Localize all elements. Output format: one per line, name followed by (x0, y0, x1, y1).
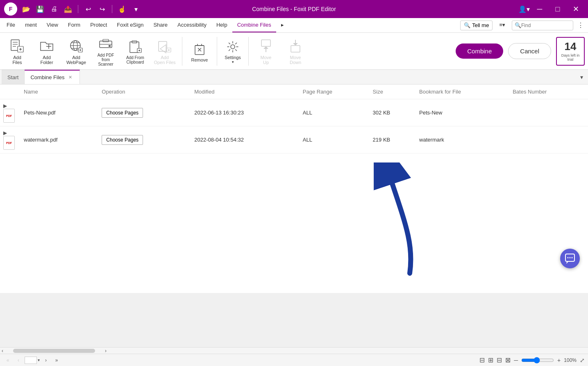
move-up-button: MoveUp (252, 35, 280, 68)
undo-icon[interactable]: ↩ (82, 3, 94, 15)
page-dropdown[interactable]: ▾ (38, 358, 40, 362)
find-input[interactable] (521, 23, 570, 28)
tab-combine-files[interactable]: Combine Files ✕ (25, 70, 79, 84)
page-selector: ▾ (25, 357, 40, 364)
add-pdf-scanner-button[interactable]: Add PDFfrom Scanner (92, 34, 120, 68)
row2-operation: Choose Pages (98, 126, 191, 153)
page-layout-icon-3[interactable]: ⊟ (497, 356, 502, 364)
tab-close-button[interactable]: ✕ (67, 74, 74, 80)
svg-rect-37 (261, 40, 270, 46)
remove-button[interactable]: Remove (186, 35, 213, 68)
search-box[interactable]: 🔍 (512, 21, 573, 30)
tab-combine-files-label: Combine Files (30, 74, 64, 80)
menu-accessibility[interactable]: Accessibility (173, 18, 211, 32)
add-webpage-button[interactable]: AddWebPage (62, 35, 90, 68)
row1-bookmark: Pets-New (416, 99, 509, 126)
tabs-scroll-down[interactable]: ▾ (577, 70, 586, 84)
choose-pages-btn-2[interactable]: Choose Pages (102, 135, 143, 145)
app-logo: F (4, 2, 17, 16)
zoom-slider[interactable] (521, 357, 554, 364)
add-files-label: AddFiles (12, 55, 22, 65)
row1-name: Pets-New.pdf (20, 99, 98, 126)
minimize-button[interactable]: ─ (531, 0, 548, 18)
view-options-icon[interactable]: ≡▾ (494, 22, 510, 29)
menu-right: 🔍 Tell me ≡▾ 🔍 ⋮ (460, 18, 586, 32)
add-files-button[interactable]: AddFiles (3, 35, 31, 68)
row2-expand[interactable]: ▶ (0, 126, 20, 153)
export-icon[interactable]: 📤 (62, 3, 74, 15)
menu-file[interactable]: File (2, 18, 20, 32)
add-folder-button[interactable]: AddFolder (33, 35, 61, 68)
zoom-in-button[interactable]: + (557, 357, 561, 364)
expand-icon-2[interactable]: ▶ (3, 130, 7, 136)
remove-icon (191, 40, 208, 57)
account-icon[interactable]: 👤▾ (518, 3, 530, 15)
page-layout-icon-2[interactable]: ⊞ (488, 356, 493, 364)
file-icon-1 (3, 109, 15, 123)
open-file-icon[interactable]: 📂 (20, 3, 32, 15)
menu-share[interactable]: Share (148, 18, 173, 32)
horizontal-scrollbar[interactable]: ‹ › (0, 347, 588, 354)
status-bar: « ‹ ▾ › » ⊟ ⊞ ⊟ ⊠ ─ + 100% ⤢ (0, 354, 588, 366)
tabs-bar: Start Combine Files ✕ ▾ (0, 70, 588, 85)
trial-badge[interactable]: 14 Days left in trial (556, 37, 585, 66)
toolbar-separator-3 (248, 37, 249, 66)
menu-more[interactable]: ▸ (276, 18, 289, 32)
expand-icon[interactable]: ⤢ (580, 357, 585, 364)
table-row: ▶ Pets-New.pdf Choose Pages 2022-06-13 1… (0, 99, 588, 126)
menu-protect[interactable]: Protect (85, 18, 112, 32)
menu-view[interactable]: View (42, 18, 63, 32)
add-clipboard-label: Add FromClipboard (126, 55, 144, 64)
tab-start[interactable]: Start (2, 70, 25, 84)
save-icon[interactable]: 💾 (34, 3, 46, 15)
menu-help[interactable]: Help (211, 18, 232, 32)
menu-ment[interactable]: ment (20, 18, 42, 32)
choose-pages-btn-1[interactable]: Choose Pages (102, 108, 143, 118)
move-down-icon (287, 38, 304, 54)
remove-label: Remove (191, 57, 208, 62)
row1-expand[interactable]: ▶ (0, 99, 20, 126)
col-bates-header: Bates Number (509, 85, 588, 99)
toolbar-separator-2 (217, 37, 217, 66)
add-clipboard-button[interactable]: Add FromClipboard (121, 35, 149, 68)
menu-foxitsign[interactable]: Foxit eSign (112, 18, 148, 32)
scroll-left-arrow[interactable]: ‹ (0, 348, 5, 354)
add-webpage-label: AddWebPage (66, 55, 86, 65)
add-open-files-button: AddOpen Files (151, 35, 179, 68)
more-options-button[interactable]: ⋮ (575, 20, 586, 31)
redo-icon[interactable]: ↪ (96, 3, 108, 15)
settings-button[interactable]: Settings ▾ (220, 35, 245, 68)
expand-icon-1[interactable]: ▶ (3, 103, 7, 109)
col-bookmark-header: Bookmark for File (416, 85, 509, 99)
tell-me-box[interactable]: 🔍 Tell me (460, 21, 493, 30)
move-up-icon (258, 38, 274, 54)
table-row: ▶ watermark.pdf Choose Pages 2022-08-04 … (0, 126, 588, 153)
print-icon[interactable]: 🖨 (48, 3, 60, 15)
combine-button[interactable]: Combine (456, 43, 503, 59)
status-right: ⊟ ⊞ ⊟ ⊠ ─ + 100% ⤢ (479, 356, 585, 364)
page-layout-icon-1[interactable]: ⊟ (479, 356, 485, 364)
cancel-button[interactable]: Cancel (508, 43, 551, 59)
col-size-header: Size (370, 85, 416, 99)
touch-icon[interactable]: ☝ (116, 3, 128, 15)
add-folder-label: AddFolder (40, 55, 53, 65)
scroll-right-arrow[interactable]: › (103, 348, 108, 354)
zoom-out-button[interactable]: ─ (514, 357, 518, 364)
page-input[interactable] (25, 357, 37, 364)
dropdown-icon[interactable]: ▾ (130, 3, 142, 15)
add-folder-icon (39, 38, 55, 54)
nav-next-button[interactable]: › (41, 356, 50, 365)
page-nav: « ‹ ▾ › » (3, 356, 61, 365)
menu-form[interactable]: Form (63, 18, 85, 32)
nav-last-button[interactable]: » (52, 356, 61, 365)
maximize-button[interactable]: □ (549, 0, 566, 18)
scroll-thumb[interactable] (13, 349, 95, 353)
close-button[interactable]: ✕ (568, 0, 584, 18)
settings-label: Settings (225, 55, 241, 60)
row1-pagerange: ALL (300, 99, 370, 126)
svg-rect-26 (159, 41, 167, 51)
find-icon: 🔍 (515, 22, 521, 28)
menu-combine-files[interactable]: Combine Files (232, 18, 276, 32)
chat-button[interactable] (560, 249, 580, 268)
page-layout-icon-4[interactable]: ⊠ (505, 356, 511, 364)
